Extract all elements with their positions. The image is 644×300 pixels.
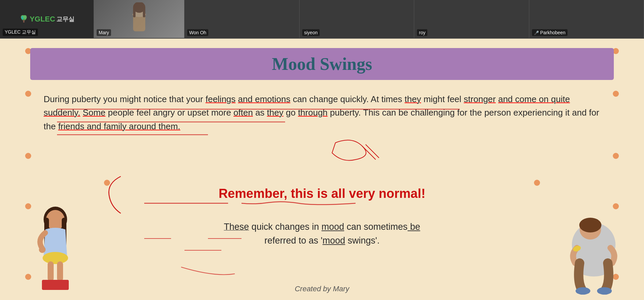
svg-line-33 [366,144,379,158]
svg-rect-9 [133,6,135,17]
svg-line-32 [362,146,376,160]
underline-some: Some [83,108,106,118]
dot-5 [25,91,31,97]
dot-10 [534,180,540,186]
participant-tile-mary[interactable]: Mary [94,0,184,38]
svg-point-3 [23,15,27,19]
participant-tile-roy[interactable]: roy [414,0,529,38]
underline-they: they [405,94,421,104]
mood-swings-line1: These quick changes in mood can sometime… [224,222,420,232]
slide-area: Mood Swings During puberty you might not… [0,39,644,300]
participant-tile-siyeon[interactable]: siyeon [300,0,415,38]
svg-rect-18 [57,261,63,282]
underline-emotions: and emotions [238,94,290,104]
svg-rect-17 [48,261,54,282]
parkhobeen-label: 🎤 Parkhobeen [532,29,568,36]
underline-stronger: stronger [464,94,496,104]
yglec-logo-text: E YGLEC 교무실 [19,14,75,24]
svg-point-26 [576,287,590,295]
dot-7 [25,153,31,159]
body-paragraph: During puberty you might notice that you… [44,92,600,133]
wonoh-label: Won Oh [187,29,208,36]
svg-rect-1 [23,20,24,23]
dot-6 [613,91,619,97]
body-text-area: During puberty you might notice that you… [44,92,600,133]
svg-point-16 [43,252,68,264]
mood-swings-line2: referred to as 'mood swings'. [264,235,379,246]
participant-bar: E YGLEC 교무실 YGLEC 교무실 Mary Won Oh [0,0,644,39]
svg-point-27 [597,287,612,295]
created-by-text: Created by Mary [295,285,350,293]
underline-feelings: feelings [206,94,236,104]
mary-label: Mary [97,29,111,36]
participant-tile-wonoh[interactable]: Won Oh [184,0,300,38]
participant-tile-yglec[interactable]: E YGLEC 교무실 YGLEC 교무실 [0,0,94,38]
remember-text: Remember, this is all very normal! [219,186,426,201]
underline-friends: friends and family around them. [58,121,180,131]
mary-silhouette [126,2,153,36]
roy-label: roy [417,29,427,36]
underline-often: often [233,108,253,118]
mute-icon: 🎤 [534,31,539,35]
yglec-tree-icon: E [19,14,29,24]
boy-illustration [560,204,627,295]
girl-illustration [23,199,87,293]
mood-swings-description: These quick changes in mood can sometime… [101,220,543,247]
yglec-label: YGLEC 교무실 [3,29,38,36]
siyeon-label: siyeon [302,29,320,36]
svg-rect-21 [42,280,69,290]
svg-point-24 [579,218,601,232]
underline-through: through [298,108,327,118]
dot-8 [613,153,619,159]
svg-point-15 [39,246,46,253]
svg-rect-10 [143,6,145,17]
svg-text:E: E [21,16,24,20]
title-banner: Mood Swings [30,48,614,80]
underline-they2: they [267,108,283,118]
slide-title: Mood Swings [272,54,372,74]
boy-svg [560,204,627,295]
girl-svg [23,199,87,293]
dot-9 [104,180,110,186]
participant-tile-parkhobeen[interactable]: 🎤 Parkhobeen [529,0,644,38]
